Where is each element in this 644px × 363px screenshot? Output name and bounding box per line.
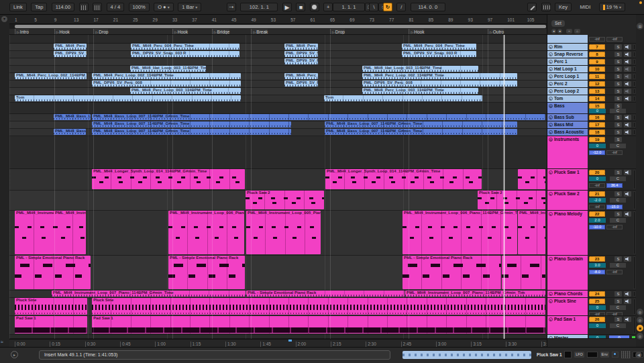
track-number[interactable]: 23 xyxy=(589,256,605,262)
clip[interactable]: PML_MH4_Bass_Loop_007_114BPM_G#min_Time xyxy=(92,129,291,135)
locator-flag-drop[interactable]: ▷Drop xyxy=(330,29,345,35)
clip[interactable]: Pad Saw 1 xyxy=(92,316,545,333)
overview-fold-icon[interactable]: ▾ xyxy=(1,16,7,22)
track-header-rim[interactable]: ▸Rim7S xyxy=(547,44,636,51)
scrub-area[interactable] xyxy=(9,24,547,29)
track-number[interactable]: 19 xyxy=(589,137,605,142)
matrix-display-icon[interactable] xyxy=(621,351,631,358)
edge-button-3[interactable]: ◎ xyxy=(637,333,643,340)
track-header-bass[interactable]: ◎Bass15S0C xyxy=(547,103,636,114)
track-number[interactable]: 13 xyxy=(589,89,605,94)
track-number[interactable]: 8 xyxy=(589,52,605,57)
track-activator[interactable] xyxy=(624,191,631,197)
collapse-device-icon[interactable]: ◀ xyxy=(635,352,642,358)
clip[interactable]: PML_MH4_Longer_Synth_Loop_014_114BPM_G#m… xyxy=(92,169,245,189)
clip[interactable]: PML_MH4_Bass_Loo xyxy=(54,114,91,120)
track-activator[interactable] xyxy=(624,299,631,304)
track-header-pluck-saw-1[interactable]: ▸Pluck Saw 120S0C-inf36.4 xyxy=(547,169,636,191)
track-number[interactable]: 21 xyxy=(589,191,605,197)
track-activator[interactable] xyxy=(624,122,631,127)
clip[interactable]: PML_DPV9_SV_Snap_003 R xyxy=(131,51,239,57)
arrangement-overview-widget[interactable] xyxy=(402,351,531,359)
clip[interactable]: Pluck Sine xyxy=(15,298,87,315)
track-fold-icon[interactable]: ▸ xyxy=(549,130,553,134)
track-header-piano-sustain[interactable]: ▸Piano Sustain23S3.0C-8.0-inf xyxy=(547,256,636,291)
solo-button[interactable]: S xyxy=(614,74,622,79)
lfo-label[interactable]: LFO xyxy=(574,352,584,358)
solo-button[interactable]: S xyxy=(614,44,622,50)
pan-field[interactable]: C xyxy=(610,198,626,203)
time-ruler-mode-icon[interactable]: ≈ xyxy=(1,340,3,344)
edge-button-2[interactable]: ◎ xyxy=(637,317,643,323)
clip[interactable]: PML_MH4_Bass_Loop_007_114BPM_G#min_Time xyxy=(325,129,517,135)
volume-field[interactable]: 0 xyxy=(589,109,606,113)
clip[interactable]: PML_MH4_Instrument_Loop_007_Piano_114BPM… xyxy=(52,291,246,297)
lock-envelopes-icon[interactable]: ⌂ xyxy=(574,29,580,34)
track-fold-icon[interactable]: ▸ xyxy=(549,45,553,49)
clip[interactable]: PML_MH4_Perc_0 xyxy=(54,44,87,50)
track-header-bass-mid[interactable]: ▸Bass Mid17S xyxy=(547,121,636,129)
solo-button[interactable]: S xyxy=(614,89,622,94)
track-activator[interactable] xyxy=(624,291,631,297)
track-activator[interactable] xyxy=(624,317,631,322)
track-header-snap-reverse[interactable]: ▸Snap Reverse8S xyxy=(547,51,636,58)
solo-button[interactable]: S xyxy=(614,52,622,57)
solo-button[interactable]: S xyxy=(614,115,622,120)
clip[interactable]: PML_DPV6_SV_Perc_008 xyxy=(92,81,241,87)
solo-button[interactable]: S xyxy=(614,137,622,142)
punch-in-button[interactable]: \ xyxy=(369,3,378,11)
track-activator[interactable] xyxy=(624,115,631,120)
track-header-perc-loop-1[interactable]: ▸Perc Loop 111S xyxy=(547,73,636,81)
clip[interactable]: PML_MH4_Bass_L xyxy=(54,129,86,135)
solo-button[interactable]: S xyxy=(614,299,622,304)
track-activator[interactable] xyxy=(624,74,631,79)
pan-field[interactable]: C xyxy=(610,109,626,113)
track-fold-icon[interactable]: ▸ xyxy=(549,212,553,216)
clip[interactable]: PML_MH4_Bass_Loop_007_114BPM_G#min_Time xyxy=(325,121,517,127)
track-activator[interactable] xyxy=(624,256,631,262)
groove-amount-field[interactable]: 100% xyxy=(129,3,150,11)
track-fold-icon[interactable]: ▸ xyxy=(549,97,553,101)
track-name[interactable]: ▸Tom xyxy=(547,95,588,102)
track-fold-icon[interactable]: ▸ xyxy=(549,257,553,261)
track-fold-icon[interactable]: ▸ xyxy=(549,74,553,79)
solo-button[interactable]: S xyxy=(614,103,622,109)
midi-map-button[interactable]: MIDI xyxy=(576,3,594,11)
track-activator[interactable] xyxy=(624,170,631,175)
track-name[interactable]: ◎Bass xyxy=(547,103,588,113)
track-fold-icon[interactable]: ▸ xyxy=(549,115,553,119)
track-header-hat-loop-1[interactable]: ▸Hat Loop 110S xyxy=(547,66,636,73)
loop-brace[interactable] xyxy=(15,25,546,28)
clip[interactable]: Tom xyxy=(15,95,241,101)
track-name[interactable]: ▸Pad Saw 1 xyxy=(547,316,588,334)
nudge-down-icon[interactable] xyxy=(79,3,89,11)
automation-mode-icon[interactable]: ~ xyxy=(566,29,572,34)
metronome-toggle[interactable]: O ● ▾ xyxy=(154,3,174,11)
bar-ruler[interactable]: 1591317212529333741454953576165697377818… xyxy=(9,15,547,24)
solo-button[interactable]: S xyxy=(614,256,622,262)
punch-out-button[interactable]: / xyxy=(396,3,406,11)
track-activator[interactable] xyxy=(624,59,631,64)
volume-field[interactable]: 0 xyxy=(589,144,606,148)
track-header-perc-2[interactable]: ▸Perc 212S xyxy=(547,81,636,88)
clip[interactable]: PML_MH4_Hat_Loop_003_114BPM_Time xyxy=(130,66,206,72)
track-header-piano-melody[interactable]: ▸Piano Melody22S2.0C-10.0-inf xyxy=(547,211,636,256)
track-activator[interactable] xyxy=(624,52,631,57)
nudge-up-icon[interactable] xyxy=(93,3,102,11)
volume-field[interactable]: 0 xyxy=(589,305,606,310)
track-name[interactable]: ◎Instruments xyxy=(547,136,588,168)
track-header-pad-saw-1[interactable]: ▸Pad Saw 126S0C xyxy=(547,316,636,335)
group-fold-icon[interactable]: ◎ xyxy=(549,138,553,142)
track-number[interactable]: 17 xyxy=(589,122,605,127)
clip[interactable]: PML_MH4_Instrume xyxy=(15,211,54,254)
pan-field[interactable]: C xyxy=(610,323,626,328)
follow-button[interactable]: ⇢ xyxy=(227,3,236,11)
volume-field[interactable]: 3.0 xyxy=(589,263,606,268)
track-header-pluck-sine[interactable]: ▸Pluck Sine25S0C-inf-inf xyxy=(547,298,636,316)
link-button[interactable]: Link xyxy=(9,3,27,11)
locator-flag-bridge[interactable]: ▷Bridge xyxy=(212,29,230,35)
solo-button[interactable]: S xyxy=(614,291,622,297)
track-number[interactable]: 12 xyxy=(589,81,605,87)
pan-field[interactable]: C xyxy=(610,263,626,268)
track-name[interactable]: ▸Hat Loop 1 xyxy=(547,66,588,72)
